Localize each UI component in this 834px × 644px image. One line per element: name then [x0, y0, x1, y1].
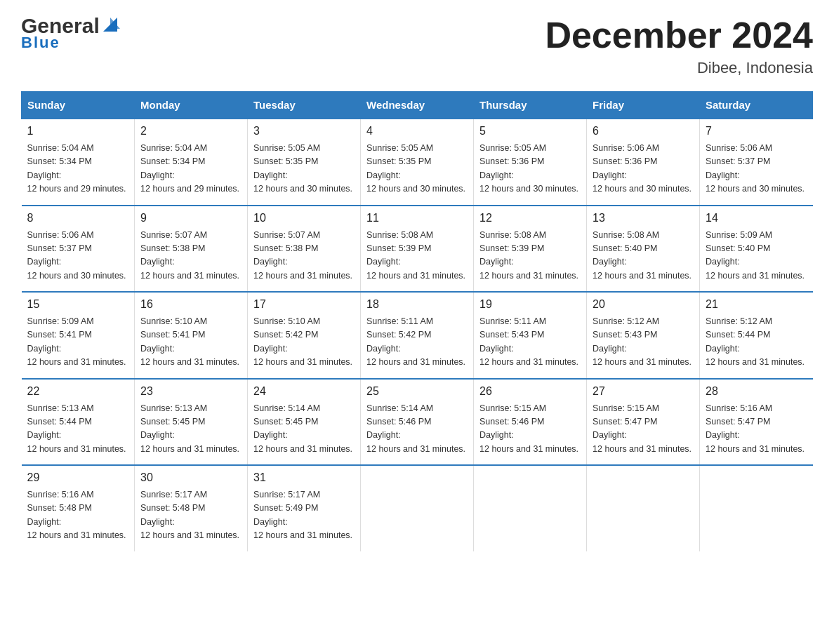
header-wednesday: Wednesday	[361, 92, 474, 119]
day-info: Sunrise: 5:13 AMSunset: 5:45 PMDaylight:…	[140, 402, 241, 457]
day-info: Sunrise: 5:15 AMSunset: 5:47 PMDaylight:…	[593, 402, 694, 457]
title-block: December 2024 Dibee, Indonesia	[545, 14, 813, 77]
day-number: 18	[366, 298, 468, 311]
calendar-day-cell: 21Sunrise: 5:12 AMSunset: 5:44 PMDayligh…	[700, 292, 813, 379]
header-tuesday: Tuesday	[248, 92, 361, 119]
day-number: 20	[593, 298, 694, 311]
calendar-title: December 2024	[545, 14, 813, 56]
header-thursday: Thursday	[474, 92, 587, 119]
day-info: Sunrise: 5:15 AMSunset: 5:46 PMDaylight:…	[479, 402, 581, 457]
day-info: Sunrise: 5:06 AMSunset: 5:37 PMDaylight:…	[27, 229, 129, 283]
calendar-day-cell: 29Sunrise: 5:16 AMSunset: 5:48 PMDayligh…	[22, 465, 135, 551]
day-info: Sunrise: 5:04 AMSunset: 5:34 PMDaylight:…	[27, 142, 129, 196]
day-info: Sunrise: 5:06 AMSunset: 5:36 PMDaylight:…	[593, 142, 694, 196]
day-number: 28	[706, 385, 807, 398]
calendar-day-cell: 2Sunrise: 5:04 AMSunset: 5:34 PMDaylight…	[135, 119, 248, 206]
day-info: Sunrise: 5:16 AMSunset: 5:47 PMDaylight:…	[706, 402, 807, 457]
day-info: Sunrise: 5:05 AMSunset: 5:36 PMDaylight:…	[479, 142, 581, 196]
day-info: Sunrise: 5:10 AMSunset: 5:42 PMDaylight:…	[253, 315, 355, 370]
calendar-day-cell: 13Sunrise: 5:08 AMSunset: 5:40 PMDayligh…	[587, 206, 700, 293]
calendar-day-cell: 15Sunrise: 5:09 AMSunset: 5:41 PMDayligh…	[22, 292, 135, 379]
header-monday: Monday	[135, 92, 248, 119]
header-sunday: Sunday	[22, 92, 135, 119]
calendar-table: Sunday Monday Tuesday Wednesday Thursday…	[21, 91, 813, 551]
calendar-day-cell	[587, 465, 700, 551]
calendar-day-cell: 30Sunrise: 5:17 AMSunset: 5:48 PMDayligh…	[135, 465, 248, 551]
header-friday: Friday	[587, 92, 700, 119]
day-info: Sunrise: 5:05 AMSunset: 5:35 PMDaylight:…	[253, 142, 355, 196]
day-number: 5	[479, 125, 581, 137]
day-info: Sunrise: 5:11 AMSunset: 5:43 PMDaylight:…	[479, 315, 581, 370]
calendar-day-cell: 27Sunrise: 5:15 AMSunset: 5:47 PMDayligh…	[587, 379, 700, 466]
day-number: 4	[366, 125, 468, 137]
day-info: Sunrise: 5:17 AMSunset: 5:48 PMDaylight:…	[140, 488, 241, 543]
svg-marker-1	[110, 18, 120, 29]
day-info: Sunrise: 5:17 AMSunset: 5:49 PMDaylight:…	[253, 488, 355, 543]
weekday-header-row: Sunday Monday Tuesday Wednesday Thursday…	[22, 92, 813, 119]
day-number: 8	[27, 212, 129, 224]
day-info: Sunrise: 5:11 AMSunset: 5:42 PMDaylight:…	[366, 315, 468, 370]
day-info: Sunrise: 5:14 AMSunset: 5:45 PMDaylight:…	[253, 402, 355, 457]
day-info: Sunrise: 5:09 AMSunset: 5:41 PMDaylight:…	[27, 315, 129, 370]
day-info: Sunrise: 5:06 AMSunset: 5:37 PMDaylight:…	[706, 142, 807, 196]
day-number: 13	[593, 212, 694, 224]
day-number: 21	[706, 298, 807, 311]
calendar-body: 1Sunrise: 5:04 AMSunset: 5:34 PMDaylight…	[22, 119, 813, 551]
calendar-day-cell: 22Sunrise: 5:13 AMSunset: 5:44 PMDayligh…	[22, 379, 135, 466]
calendar-day-cell: 18Sunrise: 5:11 AMSunset: 5:42 PMDayligh…	[361, 292, 474, 379]
calendar-day-cell: 14Sunrise: 5:09 AMSunset: 5:40 PMDayligh…	[700, 206, 813, 293]
day-number: 15	[27, 298, 129, 311]
calendar-day-cell: 11Sunrise: 5:08 AMSunset: 5:39 PMDayligh…	[361, 206, 474, 293]
day-number: 22	[27, 385, 129, 398]
day-number: 24	[253, 385, 355, 398]
calendar-subtitle: Dibee, Indonesia	[545, 59, 813, 77]
day-number: 29	[27, 471, 129, 484]
calendar-day-cell: 10Sunrise: 5:07 AMSunset: 5:38 PMDayligh…	[248, 206, 361, 293]
logo-blue-text: Blue	[21, 34, 60, 52]
day-info: Sunrise: 5:04 AMSunset: 5:34 PMDaylight:…	[140, 142, 241, 196]
calendar-header: Sunday Monday Tuesday Wednesday Thursday…	[22, 92, 813, 119]
calendar-day-cell: 28Sunrise: 5:16 AMSunset: 5:47 PMDayligh…	[700, 379, 813, 466]
calendar-day-cell: 25Sunrise: 5:14 AMSunset: 5:46 PMDayligh…	[361, 379, 474, 466]
day-number: 1	[27, 125, 129, 137]
calendar-week-row: 22Sunrise: 5:13 AMSunset: 5:44 PMDayligh…	[22, 379, 813, 466]
calendar-day-cell: 1Sunrise: 5:04 AMSunset: 5:34 PMDaylight…	[22, 119, 135, 206]
day-number: 19	[479, 298, 581, 311]
day-number: 12	[479, 212, 581, 224]
logo-triangle-icon	[100, 15, 120, 34]
day-info: Sunrise: 5:08 AMSunset: 5:40 PMDaylight:…	[593, 229, 694, 283]
calendar-day-cell: 3Sunrise: 5:05 AMSunset: 5:35 PMDaylight…	[248, 119, 361, 206]
logo: General Blue	[21, 14, 120, 52]
calendar-day-cell	[700, 465, 813, 551]
calendar-day-cell: 12Sunrise: 5:08 AMSunset: 5:39 PMDayligh…	[474, 206, 587, 293]
day-number: 27	[593, 385, 694, 398]
page-header: General Blue December 2024 Dibee, Indone…	[21, 14, 813, 77]
calendar-day-cell: 7Sunrise: 5:06 AMSunset: 5:37 PMDaylight…	[700, 119, 813, 206]
day-info: Sunrise: 5:12 AMSunset: 5:43 PMDaylight:…	[593, 315, 694, 370]
calendar-day-cell: 26Sunrise: 5:15 AMSunset: 5:46 PMDayligh…	[474, 379, 587, 466]
header-saturday: Saturday	[700, 92, 813, 119]
day-number: 30	[140, 471, 241, 484]
calendar-day-cell: 4Sunrise: 5:05 AMSunset: 5:35 PMDaylight…	[361, 119, 474, 206]
day-number: 25	[366, 385, 468, 398]
day-info: Sunrise: 5:07 AMSunset: 5:38 PMDaylight:…	[140, 229, 241, 283]
day-info: Sunrise: 5:07 AMSunset: 5:38 PMDaylight:…	[253, 229, 355, 283]
calendar-day-cell: 24Sunrise: 5:14 AMSunset: 5:45 PMDayligh…	[248, 379, 361, 466]
day-info: Sunrise: 5:08 AMSunset: 5:39 PMDaylight:…	[366, 229, 468, 283]
day-info: Sunrise: 5:12 AMSunset: 5:44 PMDaylight:…	[706, 315, 807, 370]
calendar-day-cell: 17Sunrise: 5:10 AMSunset: 5:42 PMDayligh…	[248, 292, 361, 379]
day-number: 2	[140, 125, 241, 137]
day-number: 9	[140, 212, 241, 224]
day-number: 16	[140, 298, 241, 311]
calendar-day-cell: 6Sunrise: 5:06 AMSunset: 5:36 PMDaylight…	[587, 119, 700, 206]
calendar-day-cell	[361, 465, 474, 551]
day-info: Sunrise: 5:05 AMSunset: 5:35 PMDaylight:…	[366, 142, 468, 196]
day-number: 7	[706, 125, 807, 137]
calendar-day-cell: 31Sunrise: 5:17 AMSunset: 5:49 PMDayligh…	[248, 465, 361, 551]
calendar-day-cell: 16Sunrise: 5:10 AMSunset: 5:41 PMDayligh…	[135, 292, 248, 379]
day-number: 26	[479, 385, 581, 398]
day-info: Sunrise: 5:16 AMSunset: 5:48 PMDaylight:…	[27, 488, 129, 543]
calendar-day-cell: 23Sunrise: 5:13 AMSunset: 5:45 PMDayligh…	[135, 379, 248, 466]
calendar-day-cell: 19Sunrise: 5:11 AMSunset: 5:43 PMDayligh…	[474, 292, 587, 379]
calendar-day-cell	[474, 465, 587, 551]
